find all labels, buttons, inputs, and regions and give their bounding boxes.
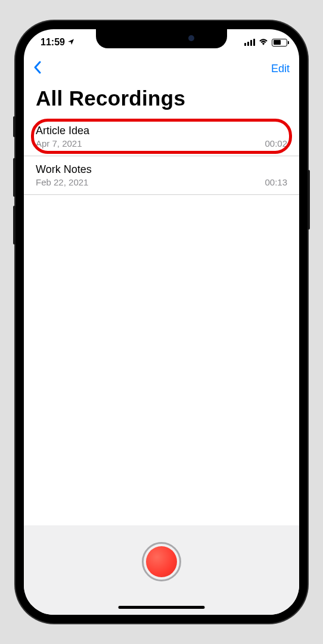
record-icon: [146, 546, 177, 577]
recording-row[interactable]: Work Notes Feb 22, 2021 00:13: [24, 156, 299, 195]
recordings-list: Article Idea Apr 7, 2021 00:02 Work Note…: [24, 117, 299, 525]
notch: [96, 29, 227, 48]
recording-row[interactable]: Article Idea Apr 7, 2021 00:02: [24, 117, 299, 156]
cellular-signal-icon: [244, 39, 255, 46]
status-left: 11:59: [41, 37, 74, 48]
screen: 11:59 Edit Al: [24, 29, 299, 615]
recording-duration: 00:13: [265, 177, 287, 187]
power-button: [308, 170, 310, 230]
volume-up-button: [13, 158, 15, 197]
nav-bar: Edit: [24, 55, 299, 82]
record-button[interactable]: [142, 542, 181, 581]
recording-title: Work Notes: [36, 163, 287, 176]
bottom-toolbar: [24, 525, 299, 615]
battery-icon: [272, 39, 287, 47]
mute-switch: [13, 116, 15, 137]
location-icon: [67, 38, 74, 47]
status-right: [244, 37, 287, 48]
volume-down-button: [13, 206, 15, 244]
recording-date: Apr 7, 2021: [36, 138, 82, 148]
recording-duration: 00:02: [265, 138, 287, 148]
recording-title: Article Idea: [36, 125, 287, 137]
status-time: 11:59: [41, 37, 65, 48]
edit-button[interactable]: Edit: [271, 63, 290, 75]
home-indicator[interactable]: [119, 606, 205, 609]
wifi-icon: [258, 37, 269, 48]
recording-date: Feb 22, 2021: [36, 177, 88, 187]
page-title: All Recordings: [24, 82, 299, 117]
phone-frame: 11:59 Edit Al: [15, 21, 308, 623]
back-button[interactable]: [33, 59, 42, 78]
